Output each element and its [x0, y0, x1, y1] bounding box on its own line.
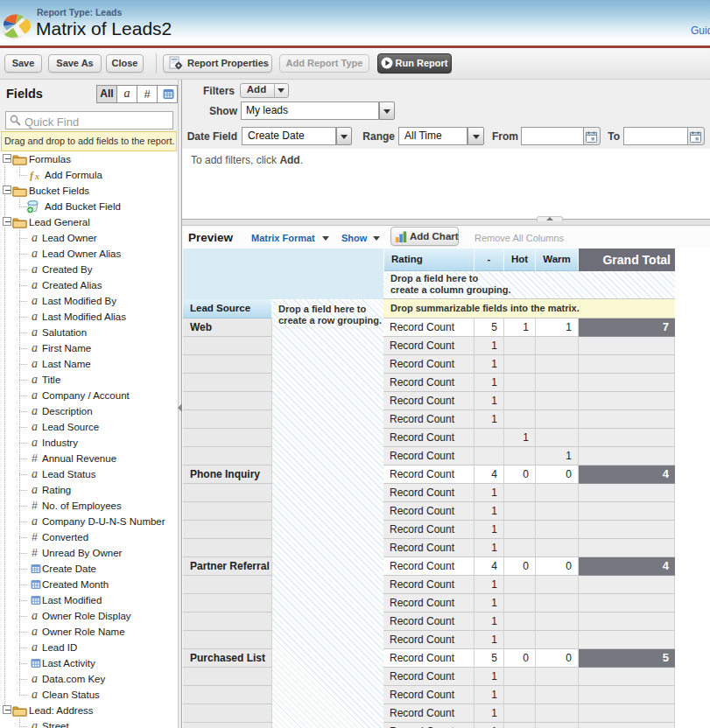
svg-text:f: f — [30, 170, 34, 181]
svg-text:x: x — [34, 172, 39, 181]
